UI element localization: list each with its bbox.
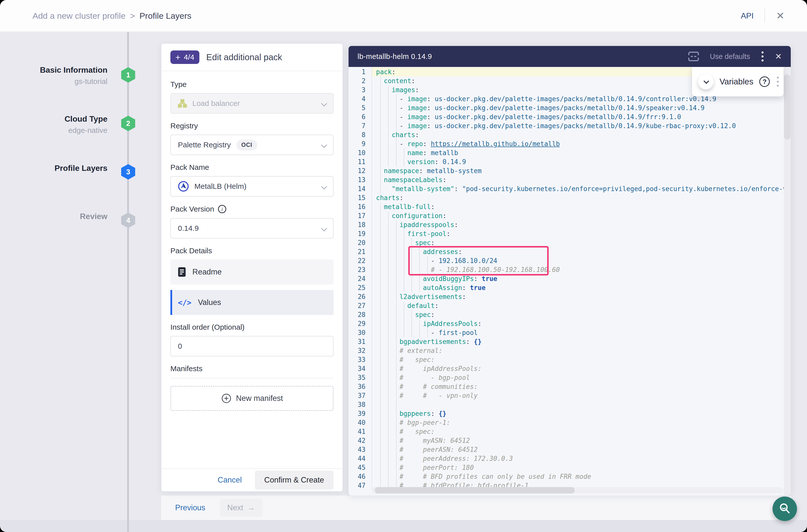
panel-footer: Cancel Confirm & Create <box>162 468 342 491</box>
code-line[interactable]: 29 ipAddressPools: <box>349 319 791 328</box>
code-line[interactable]: 31 bgpadvertisements: {} <box>349 337 791 346</box>
info-icon[interactable]: i <box>218 205 227 213</box>
code-line[interactable]: 11 version: 0.14.9 <box>349 157 791 166</box>
code-line[interactable]: 19 first-pool: <box>349 229 791 238</box>
line-number: 21 <box>349 247 372 256</box>
diff-view-icon[interactable] <box>688 51 699 62</box>
code-line[interactable]: 46 # # BFD profiles can only be used in … <box>349 472 791 481</box>
line-number: 44 <box>349 454 372 463</box>
step-badge-3[interactable]: 3 <box>121 164 135 179</box>
type-select[interactable]: Load balancer <box>170 93 334 114</box>
code-line[interactable]: 37 # # - vpn-only <box>349 391 791 400</box>
code-line-content: metallb-full: <box>372 202 791 211</box>
code-line[interactable]: 26 l2advertisements: <box>349 292 791 301</box>
code-line[interactable]: 41 # spec: <box>349 427 791 436</box>
tab-values[interactable]: </> Values <box>170 290 334 315</box>
code-line-content: default: <box>372 301 791 310</box>
code-line[interactable]: 44 # peerAddress: 172.30.0.3 <box>349 454 791 463</box>
variables-kebab-icon[interactable] <box>776 76 780 88</box>
code-line[interactable]: 7 - image: us-docker.pkg.dev/palette-ima… <box>349 121 791 130</box>
step-label: Profile Layers <box>20 164 108 173</box>
step-cloud-type[interactable]: Cloud Type edge-native <box>20 114 108 135</box>
vertical-scrollbar-thumb[interactable] <box>784 74 790 139</box>
vertical-scrollbar[interactable] <box>784 67 791 496</box>
search-fab-button[interactable] <box>772 496 797 521</box>
code-line[interactable]: 35 # - bgp-pool <box>349 373 791 382</box>
next-label: Next <box>227 503 243 512</box>
help-icon[interactable]: ? <box>759 76 770 87</box>
code-line[interactable]: 28 spec: <box>349 310 791 319</box>
code-line[interactable]: 39 bgppeers: {} <box>349 409 791 418</box>
code-line[interactable]: 13 namespaceLabels: <box>349 175 791 184</box>
new-manifest-button[interactable]: New manifest <box>170 386 334 411</box>
code-line[interactable]: 5 - image: us-docker.pkg.dev/palette-ima… <box>349 103 791 112</box>
code-line[interactable]: 8 charts: <box>349 130 791 139</box>
line-number: 9 <box>349 139 372 148</box>
code-line-content: ipaddresspools: <box>372 220 791 229</box>
step-review[interactable]: Review <box>20 212 108 221</box>
code-line[interactable]: 14 "metallb-system": "pod-security.kuber… <box>349 184 791 193</box>
pack-name-select[interactable]: MetalLB (Helm) <box>170 176 334 196</box>
code-line[interactable]: 27 default: <box>349 301 791 310</box>
breadcrumb-parent[interactable]: Add a new cluster profile <box>33 11 126 21</box>
code-line[interactable]: 25 autoAssign: true <box>349 283 791 292</box>
code-line-content: # ipAddressPools: <box>372 364 791 373</box>
code-line[interactable]: 40 # bgp-peer-1: <box>349 418 791 427</box>
code-line[interactable]: 9 - repo: https://metallb.github.io/meta… <box>349 139 791 148</box>
code-line[interactable]: 10 name: metallb <box>349 148 791 157</box>
line-number: 6 <box>349 112 372 121</box>
code-line[interactable]: 22 - 192.168.10.0/24 <box>349 256 791 265</box>
step-label: Basic Information <box>20 65 108 75</box>
code-line[interactable]: 15charts: <box>349 193 791 202</box>
editor-body: 1pack:2 content:3 images:4 - image: us-d… <box>349 67 791 496</box>
code-line[interactable]: 42 # myASN: 64512 <box>349 436 791 445</box>
code-line[interactable]: 6 - image: us-docker.pkg.dev/palette-ima… <box>349 112 791 121</box>
registry-select[interactable]: Palette Registry OCI <box>170 135 334 155</box>
cancel-button[interactable]: Cancel <box>218 476 242 484</box>
step-badge-4[interactable]: 4 <box>121 212 135 228</box>
code-line[interactable]: 38 <box>349 400 791 409</box>
code-line[interactable]: 17 configuration: <box>349 211 791 220</box>
step-profile-layers[interactable]: Profile Layers <box>20 164 108 173</box>
code-line[interactable]: 45 # peerPort: 180 <box>349 463 791 472</box>
code-line-content: ipAddressPools: <box>372 319 791 328</box>
code-line[interactable]: 23 # - 192.168.100.50-192.168.100.60 <box>349 265 791 274</box>
code-line[interactable]: 36 # # communities: <box>349 382 791 391</box>
code-line[interactable]: 33 # spec: <box>349 355 791 364</box>
step-badge-2[interactable]: 2 <box>121 116 135 131</box>
use-defaults-button[interactable]: Use defaults <box>710 53 750 61</box>
code-line[interactable]: 12 namespace: metallb-system <box>349 166 791 175</box>
line-number: 42 <box>349 436 372 445</box>
confirm-create-button[interactable]: Confirm & Create <box>255 471 334 490</box>
step-badge-1[interactable]: 1 <box>121 67 135 83</box>
collapse-chevron-button[interactable] <box>698 74 714 90</box>
editor-close-icon[interactable]: ✕ <box>775 53 782 60</box>
pack-version-select[interactable]: 0.14.9 <box>170 218 334 239</box>
code-line[interactable]: 16 metallb-full: <box>349 202 791 211</box>
line-number: 14 <box>349 184 372 193</box>
editor-header: lb-metallb-helm 0.14.9 Use defaults ✕ <box>349 46 791 67</box>
chevron-down-icon <box>321 101 327 107</box>
code-line[interactable]: 18 ipaddresspools: <box>349 220 791 229</box>
manifests-label: Manifests <box>170 364 334 373</box>
code-line[interactable]: 21 addresses: <box>349 247 791 256</box>
code-line[interactable]: 32 # external: <box>349 346 791 355</box>
code-line-content: l2advertisements: <box>372 292 791 301</box>
close-icon[interactable]: ✕ <box>776 11 785 21</box>
api-button[interactable]: API <box>741 11 754 20</box>
code-line[interactable]: 20 spec: <box>349 238 791 247</box>
step-basic-information[interactable]: Basic Information gs-tutorial <box>20 65 108 86</box>
next-button[interactable]: Next → <box>220 499 263 517</box>
code-line[interactable]: 43 # peerASN: 64512 <box>349 445 791 454</box>
kebab-menu-icon[interactable] <box>761 51 765 62</box>
line-number: 45 <box>349 463 372 472</box>
readme-tab-label: Readme <box>192 267 222 277</box>
code-line[interactable]: 34 # ipAddressPools: <box>349 364 791 373</box>
tab-readme[interactable]: Readme <box>170 260 334 284</box>
horizontal-scrollbar-thumb[interactable] <box>375 487 575 494</box>
code-line[interactable]: 30 - first-pool <box>349 328 791 337</box>
code-line[interactable]: 24 avoidBuggyIPs: true <box>349 274 791 283</box>
code-icon: </> <box>178 298 191 307</box>
previous-button[interactable]: Previous <box>175 503 205 512</box>
install-order-input[interactable]: 0 <box>170 336 334 356</box>
